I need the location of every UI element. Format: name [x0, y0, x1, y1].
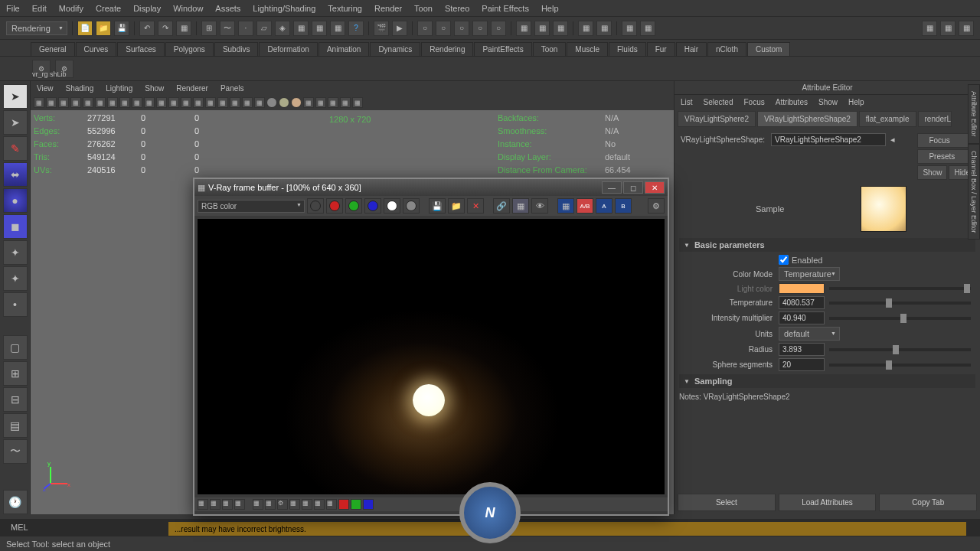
shelf-tab-curves[interactable]: Curves — [76, 42, 117, 56]
vray-compare-a-icon[interactable]: A/B — [577, 198, 593, 214]
intensity-slider[interactable] — [829, 317, 971, 320]
vp-light-icon[interactable] — [266, 97, 277, 108]
vray-compare-b-icon[interactable]: A — [596, 198, 612, 214]
help-icon[interactable]: ? — [348, 21, 364, 36]
move-tool[interactable]: ⬌ — [3, 162, 28, 187]
vf-icon[interactable]: ▦ — [222, 499, 233, 510]
vf-icon[interactable]: ▦ — [265, 499, 276, 510]
shelf-tab-muscle[interactable]: Muscle — [567, 42, 608, 56]
menu-texturing[interactable]: Texturing — [328, 4, 362, 13]
vp-icon[interactable]: ▦ — [254, 97, 265, 108]
snap-curve-icon[interactable]: 〜 — [220, 21, 235, 36]
vray-blue-icon[interactable] — [364, 198, 381, 214]
vf-r-icon[interactable] — [338, 499, 349, 510]
vp-icon[interactable]: ▦ — [132, 97, 142, 108]
tb-icon[interactable]: ○ — [436, 21, 451, 36]
vf-icon[interactable]: ▦ — [253, 499, 263, 510]
vp-menu-view[interactable]: View — [37, 84, 54, 93]
shelf-tab-fluids[interactable]: Fluids — [609, 42, 646, 56]
shelf-tab-rendering[interactable]: Rendering — [421, 42, 473, 56]
lightcolor-slider[interactable] — [829, 287, 971, 290]
menu-lighting[interactable]: Lighting/Shading — [253, 4, 315, 13]
vp-menu-shading[interactable]: Shading — [66, 84, 94, 93]
vf-icon[interactable]: ▦ — [326, 499, 337, 510]
shelf-tab-fur[interactable]: Fur — [647, 42, 675, 56]
vp-icon[interactable]: ▦ — [328, 97, 338, 108]
vray-save-icon[interactable]: 💾 — [429, 198, 446, 214]
menu-file[interactable]: File — [6, 4, 20, 13]
ae-menu-attributes[interactable]: Attributes — [776, 98, 808, 106]
vf-icon[interactable]: ▦ — [210, 499, 220, 510]
focus-button[interactable]: Focus — [917, 133, 975, 148]
tb-icon[interactable]: ▦ — [312, 21, 327, 36]
menu-modify[interactable]: Modify — [59, 4, 83, 13]
vp-light-icon[interactable] — [279, 97, 289, 108]
vp-icon[interactable]: ▦ — [340, 97, 351, 108]
layout-four[interactable]: ⊞ — [3, 361, 28, 386]
shelf-tab-animation[interactable]: Animation — [318, 42, 369, 56]
vf-icon[interactable]: ▦ — [302, 499, 312, 510]
lasso-tool[interactable]: ➤ — [3, 110, 28, 135]
ipr-icon[interactable]: ▶ — [392, 21, 407, 36]
vp-icon[interactable]: ▦ — [156, 97, 167, 108]
menu-toon[interactable]: Toon — [414, 4, 433, 13]
vp-icon[interactable]: ▦ — [119, 97, 130, 108]
ae-name-input[interactable] — [771, 133, 886, 146]
ae-menu-focus[interactable]: Focus — [743, 98, 764, 106]
shelf-tab-subdivs[interactable]: Subdivs — [214, 42, 259, 56]
shelf-tab-dynamics[interactable]: Dynamics — [370, 42, 420, 56]
vray-red-icon[interactable] — [326, 198, 343, 214]
menu-display[interactable]: Display — [133, 4, 161, 13]
tb-icon[interactable]: ▦ — [330, 21, 345, 36]
vp-icon[interactable]: ▦ — [352, 97, 363, 108]
tb-icon[interactable]: ▦ — [622, 21, 637, 36]
vray-link-icon[interactable]: 🔗 — [493, 198, 510, 214]
rotate-tool[interactable]: ● — [3, 188, 28, 213]
nav-left-icon[interactable]: ◂ — [886, 135, 900, 145]
ae-tab-3[interactable]: renderL — [918, 111, 952, 127]
layout-icon[interactable]: ▦ — [922, 21, 937, 36]
lightcolor-swatch[interactable] — [779, 283, 825, 294]
scale-tool[interactable]: ◼ — [3, 214, 28, 239]
vf-g-icon[interactable] — [351, 499, 361, 510]
temperature-input[interactable] — [779, 296, 825, 309]
vp-icon[interactable]: ▦ — [168, 97, 179, 108]
layout-icon[interactable]: ▦ — [959, 21, 974, 36]
tb-icon[interactable]: ○ — [472, 21, 488, 36]
shelf-tab-hair[interactable]: Hair — [676, 42, 707, 56]
presets-button[interactable]: Presets — [917, 149, 975, 164]
vray-settings-icon[interactable]: ⚙ — [648, 198, 665, 214]
vf-icon[interactable]: ▦ — [198, 499, 208, 510]
close-button[interactable]: ✕ — [645, 181, 665, 194]
shelf-tab-custom[interactable]: Custom — [747, 42, 790, 56]
side-tab-cb[interactable]: Channel Box / Layer Editor — [968, 144, 980, 240]
ae-tab-1[interactable]: VRayLightSphereShape2 — [757, 111, 858, 127]
shelf-tab-surfaces[interactable]: Surfaces — [117, 42, 164, 56]
temperature-slider[interactable] — [829, 302, 971, 305]
layout-single[interactable]: ▢ — [3, 335, 28, 360]
vp-icon[interactable]: ▦ — [83, 97, 93, 108]
vp-menu-show[interactable]: Show — [145, 84, 164, 93]
shelf-tab-deformation[interactable]: Deformation — [259, 42, 317, 56]
vray-channel-dropdown[interactable]: RGB color — [198, 200, 305, 213]
segments-input[interactable] — [779, 358, 825, 371]
vp-icon[interactable]: ▦ — [205, 97, 216, 108]
menu-edit[interactable]: Edit — [32, 4, 47, 13]
vray-open-icon[interactable]: 📁 — [448, 198, 465, 214]
layout-persp[interactable]: ⊟ — [3, 387, 28, 412]
shelf-tab-painteffects[interactable]: PaintEffects — [474, 42, 531, 56]
redo-icon[interactable]: ↷ — [158, 21, 173, 36]
vp-icon[interactable]: ▦ — [34, 97, 44, 108]
units-dropdown[interactable]: default — [779, 327, 840, 341]
vp-icon[interactable]: ▦ — [242, 97, 253, 108]
vp-icon[interactable]: ▦ — [95, 97, 106, 108]
open-scene-icon[interactable]: 📁 — [96, 21, 111, 36]
ae-menu-list[interactable]: List — [681, 98, 693, 106]
undo-icon[interactable]: ↶ — [139, 21, 155, 36]
radius-slider[interactable] — [829, 348, 971, 351]
tb-icon[interactable]: ○ — [454, 21, 469, 36]
sampling-section[interactable]: Sampling — [679, 374, 975, 388]
vp-icon[interactable]: ▦ — [303, 97, 314, 108]
vray-compare-c-icon[interactable]: B — [615, 198, 632, 214]
timeslider-icon[interactable]: 🕐 — [3, 490, 28, 514]
